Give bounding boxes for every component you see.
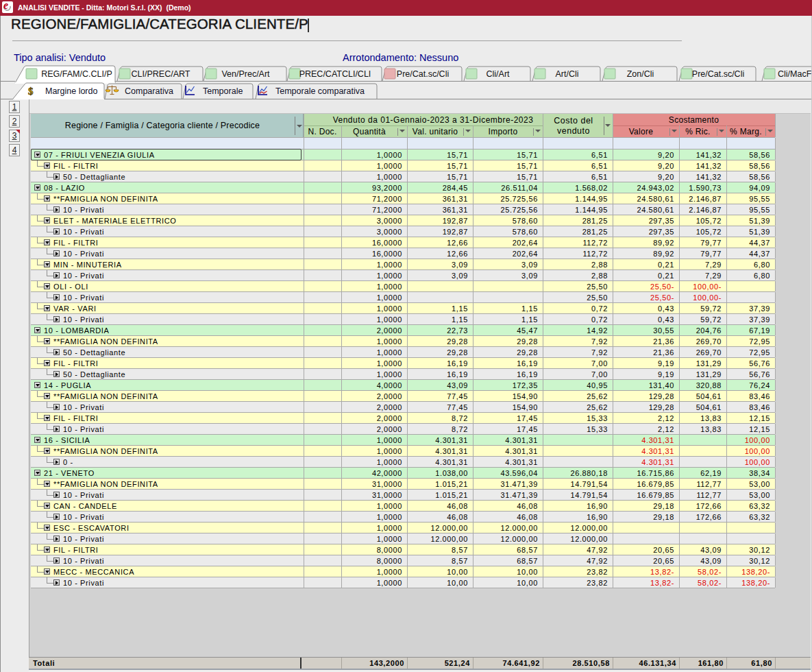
svg-text:Temporale comparativa: Temporale comparativa bbox=[275, 86, 365, 96]
svg-text:Ven/Prec/Art: Ven/Prec/Art bbox=[221, 69, 270, 79]
svg-text:Zon/Cli: Zon/Cli bbox=[627, 69, 654, 79]
svg-text:REG/FAM/C.CLI/P: REG/FAM/C.CLI/P bbox=[41, 69, 112, 79]
svg-text:PREC/CATCLI/CLI: PREC/CATCLI/CLI bbox=[299, 69, 371, 79]
svg-text:Comparativa: Comparativa bbox=[125, 86, 173, 96]
svg-text:CLI/PREC/ART: CLI/PREC/ART bbox=[132, 69, 190, 79]
svg-text:Art/Cli: Art/Cli bbox=[555, 69, 578, 79]
svg-text:Temporale: Temporale bbox=[203, 86, 243, 96]
svg-text:Margine lordo: Margine lordo bbox=[45, 86, 97, 96]
svg-text:Cli/Art: Cli/Art bbox=[486, 69, 510, 79]
svg-text:Pre/Cat.sc/Cli: Pre/Cat.sc/Cli bbox=[692, 69, 744, 79]
svg-text:Pre/Cat.sc/Cli: Pre/Cat.sc/Cli bbox=[397, 69, 449, 79]
svg-text:$: $ bbox=[28, 86, 34, 97]
svg-text:Cli/MacFam: Cli/MacFam bbox=[778, 69, 812, 79]
